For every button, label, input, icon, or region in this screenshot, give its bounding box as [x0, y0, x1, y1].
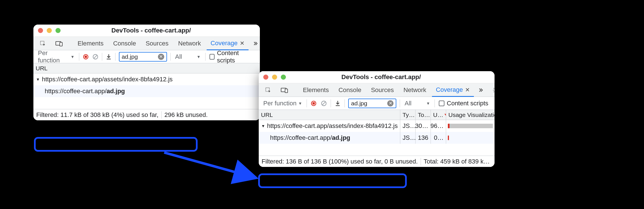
- row-url-prefix: https://coffee-cart.app/: [45, 88, 107, 95]
- url-filter-input[interactable]: ad.jpg ✕: [348, 99, 396, 108]
- column-url[interactable]: URL: [259, 110, 400, 120]
- table-body: ▼ https://coffee-cart.app/assets/index-8…: [33, 73, 260, 109]
- cell-unused: 0…: [431, 132, 446, 144]
- content-scripts-toggle[interactable]: Content scripts: [437, 100, 491, 107]
- granularity-label: Per function: [263, 100, 296, 107]
- tab-console[interactable]: Console: [109, 37, 140, 50]
- checkbox-icon: [439, 101, 444, 106]
- tabs-bar: Elements Console Sources Network Coverag…: [33, 37, 260, 50]
- checkbox-icon: [209, 54, 215, 60]
- more-tabs-icon[interactable]: [476, 83, 485, 97]
- traffic-lights: [33, 28, 65, 33]
- table-header: URL Ty… To… U… Usage Visualization: [259, 110, 495, 120]
- column-unused[interactable]: U…: [431, 110, 446, 120]
- granularity-dropdown[interactable]: Per function ▼: [260, 100, 305, 107]
- row-url: https://coffee-cart.app/assets/index-8bf…: [42, 76, 173, 83]
- tab-network[interactable]: Network: [399, 83, 430, 97]
- tab-coverage-label: Coverage: [211, 40, 238, 47]
- minimize-window-button[interactable]: [272, 75, 277, 80]
- chevron-down-icon: ▼: [70, 55, 74, 59]
- column-visualization[interactable]: Usage Visualization: [446, 110, 495, 120]
- more-tabs-icon[interactable]: [250, 37, 260, 50]
- table-header: URL: [33, 63, 260, 73]
- table-row[interactable]: https://coffee-cart.app/ad.jpg JS… 136 0…: [259, 132, 495, 144]
- close-window-button[interactable]: [263, 75, 268, 80]
- close-tab-icon[interactable]: ✕: [465, 86, 470, 93]
- titlebar: DevTools - coffee-cart.app/: [259, 71, 495, 83]
- content-scripts-label: Content scripts: [217, 49, 256, 64]
- inspect-icon[interactable]: [36, 37, 50, 50]
- record-button[interactable]: [81, 54, 91, 60]
- tab-network[interactable]: Network: [174, 37, 205, 50]
- status-filtered: Filtered: 11.7 kB of 308 kB (4%) used so…: [33, 111, 161, 119]
- close-tab-icon[interactable]: ✕: [240, 40, 245, 47]
- export-button[interactable]: [104, 54, 114, 60]
- cell-type: JS…: [400, 120, 416, 132]
- settings-icon[interactable]: [489, 83, 495, 97]
- column-total[interactable]: To…: [416, 110, 431, 120]
- content-scripts-label: Content scripts: [447, 100, 488, 107]
- traffic-lights: [259, 75, 290, 80]
- column-type[interactable]: Ty…: [400, 110, 416, 120]
- row-url-match: ad.jpg: [332, 134, 350, 141]
- column-url[interactable]: URL: [33, 63, 260, 73]
- chevron-down-icon: ▼: [197, 55, 201, 59]
- expand-icon[interactable]: ▼: [261, 124, 265, 128]
- table-row[interactable]: ▼ https://coffee-cart.app/assets/index-8…: [33, 73, 260, 85]
- record-button[interactable]: [309, 101, 319, 106]
- annotation-highlight: [34, 137, 198, 152]
- svg-rect-18: [313, 102, 315, 104]
- tab-coverage[interactable]: Coverage ✕: [432, 84, 474, 97]
- content-scripts-toggle[interactable]: Content scripts: [207, 49, 258, 64]
- tab-console[interactable]: Console: [335, 83, 365, 97]
- devtools-window-after: DevTools - coffee-cart.app/ Elements Con…: [259, 71, 495, 167]
- chevron-down-icon: ▼: [298, 101, 302, 106]
- table-row[interactable]: https://coffee-cart.app/ad.jpg: [33, 85, 260, 97]
- svg-line-20: [164, 153, 256, 178]
- granularity-label: Per function: [38, 49, 69, 64]
- clear-button[interactable]: [91, 54, 100, 60]
- type-filter-label: All: [175, 53, 195, 60]
- expand-icon[interactable]: ▼: [36, 77, 40, 82]
- coverage-toolbar: Per function ▼ ad.jpg ✕ All ▼: [259, 97, 495, 110]
- device-toolbar-icon[interactable]: [277, 83, 292, 97]
- tab-coverage-label: Coverage: [436, 86, 463, 93]
- minimize-window-button[interactable]: [47, 28, 52, 33]
- svg-rect-12: [285, 89, 288, 93]
- status-filtered: Filtered: 136 B of 136 B (100%) used so …: [259, 158, 421, 165]
- zoom-window-button[interactable]: [55, 28, 61, 33]
- zoom-window-button[interactable]: [281, 75, 286, 80]
- export-button[interactable]: [333, 100, 343, 106]
- tab-elements[interactable]: Elements: [74, 37, 108, 50]
- window-title: DevTools - coffee-cart.app/: [290, 73, 495, 81]
- clear-button[interactable]: [319, 100, 329, 106]
- type-filter-label: All: [405, 100, 424, 107]
- close-window-button[interactable]: [38, 28, 43, 33]
- row-url-match: ad.jpg: [107, 88, 125, 95]
- type-filter-dropdown[interactable]: All ▼: [402, 100, 433, 107]
- tab-elements[interactable]: Elements: [299, 83, 333, 97]
- clear-filter-icon[interactable]: ✕: [158, 54, 164, 60]
- inspect-icon[interactable]: [261, 83, 275, 97]
- cell-total: 30…: [416, 120, 431, 132]
- chevron-down-icon: ▼: [426, 101, 430, 106]
- titlebar: DevTools - coffee-cart.app/: [33, 25, 260, 37]
- cell-unused: 96…: [431, 120, 446, 132]
- coverage-toolbar: Per function ▼ ad.jpg ✕ All ▼: [33, 50, 260, 63]
- row-url: https://coffee-cart.app/assets/index-8bf…: [267, 122, 398, 130]
- svg-rect-8: [85, 56, 87, 58]
- svg-rect-2: [60, 42, 62, 46]
- url-filter-input[interactable]: ad.jpg ✕: [119, 52, 167, 62]
- clear-filter-icon[interactable]: ✕: [387, 100, 393, 106]
- type-filter-dropdown[interactable]: All ▼: [172, 53, 204, 60]
- table-row[interactable]: ▼ https://coffee-cart.app/assets/index-8…: [259, 120, 495, 132]
- url-filter-value: ad.jpg: [351, 100, 387, 107]
- cell-type: JS…: [400, 132, 416, 144]
- annotation-highlight: [258, 173, 407, 188]
- tab-sources[interactable]: Sources: [367, 83, 398, 97]
- tab-sources[interactable]: Sources: [142, 37, 172, 50]
- device-toolbar-icon[interactable]: [52, 37, 67, 50]
- tab-coverage[interactable]: Coverage ✕: [207, 37, 249, 50]
- table-body: ▼ https://coffee-cart.app/assets/index-8…: [259, 120, 495, 156]
- granularity-dropdown[interactable]: Per function ▼: [35, 49, 77, 64]
